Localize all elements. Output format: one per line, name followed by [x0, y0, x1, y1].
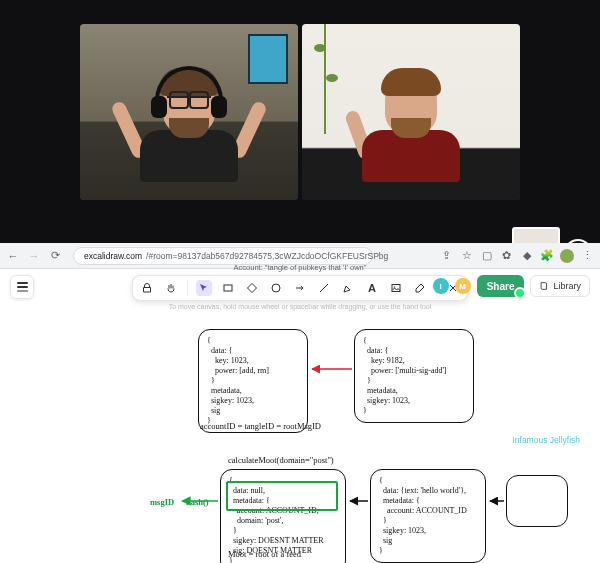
- nav-reload-icon[interactable]: ⟳: [48, 249, 62, 263]
- cast-icon[interactable]: ▢: [480, 249, 493, 262]
- video-tile-1[interactable]: [80, 24, 298, 200]
- node-account-child[interactable]: { data: { key: 9182, power: ['multi-sig-…: [354, 329, 474, 423]
- calc-moot-label: calculateMoot(domain="post"): [228, 455, 334, 465]
- excalidraw-app: Account: "tangle of pubkeys that 'I' own…: [0, 269, 600, 563]
- kebab-menu-icon[interactable]: ⋮: [581, 249, 594, 262]
- node-empty[interactable]: [506, 475, 568, 527]
- highlight-metadata: [226, 481, 338, 511]
- node-post[interactable]: { data: {text: 'hello world'}, metadata:…: [370, 469, 486, 563]
- hash-arrow-label: hash(): [186, 497, 209, 507]
- caption-account-id: accountID = tangleID = rootMsgID: [200, 421, 321, 431]
- nav-back-icon[interactable]: ←: [6, 249, 20, 263]
- video-call-area: III: [0, 0, 600, 243]
- url-path: /#room=98137dab567d92784575,3cWZJcdoOCfG…: [146, 251, 388, 261]
- share-page-icon[interactable]: ⇪: [440, 249, 453, 262]
- url-bar[interactable]: excalidraw.com /#room=98137dab567d927845…: [73, 247, 373, 265]
- collaborator-cursor-label: Infamous Jellyfish: [512, 435, 580, 445]
- extension2-icon[interactable]: ◆: [520, 249, 533, 262]
- bookmark-icon[interactable]: ☆: [460, 249, 473, 262]
- video-tile-2[interactable]: [302, 24, 520, 200]
- canvas[interactable]: { data: { key: 1023, power: [add, rm] } …: [0, 269, 600, 563]
- msg-id-label: msgID: [150, 497, 174, 507]
- extensions-menu-icon[interactable]: 🧩: [540, 249, 553, 262]
- nav-forward-icon[interactable]: →: [27, 249, 41, 263]
- extension-icon[interactable]: ✿: [500, 249, 513, 262]
- profile-avatar[interactable]: [560, 249, 574, 263]
- caption-moot: Moot = root of a feed: [228, 549, 301, 559]
- url-host: excalidraw.com: [84, 251, 142, 261]
- node-account-root[interactable]: { data: { key: 1023, power: [add, rm] } …: [198, 329, 308, 433]
